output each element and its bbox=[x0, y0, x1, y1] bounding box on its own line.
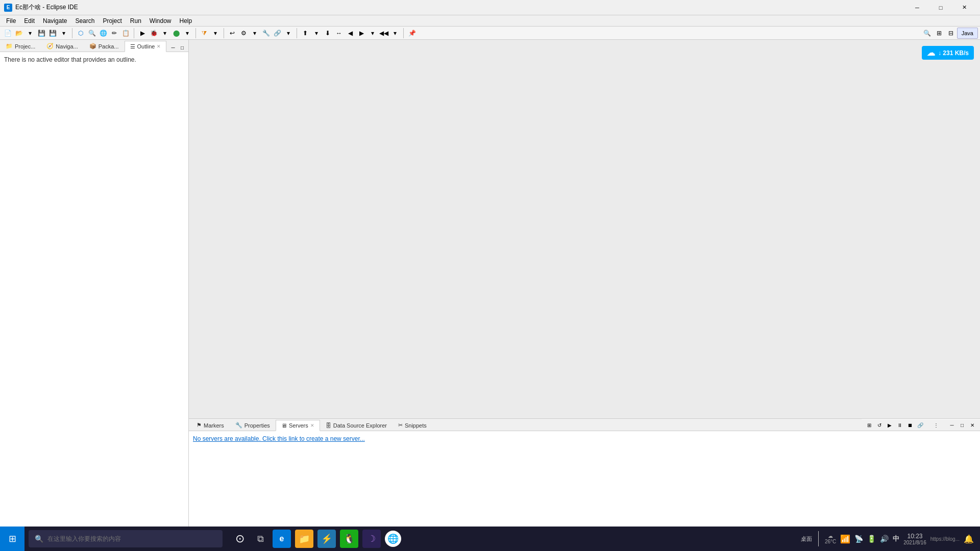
outline-tab-close[interactable]: ✕ bbox=[157, 44, 161, 49]
editor-main[interactable]: ☁ ↓ 231 KB/s bbox=[189, 40, 980, 418]
toolbar-open-button[interactable]: 📂 bbox=[13, 28, 24, 39]
toolbar-back-dropdown[interactable]: ▾ bbox=[367, 28, 378, 39]
tab-markers[interactable]: ⚑ Markers bbox=[191, 419, 230, 431]
baidu-icon[interactable]: ⚡ bbox=[317, 530, 336, 548]
bottom-minimize-btn[interactable]: ─ bbox=[947, 420, 957, 430]
menu-search[interactable]: Search bbox=[71, 16, 99, 26]
tab-properties[interactable]: 🔧 Properties bbox=[230, 419, 276, 431]
toolbar-perspective2[interactable]: ⊟ bbox=[945, 28, 957, 39]
toolbar-search-button[interactable]: 🔍 bbox=[922, 28, 933, 39]
taskbar-weather: ☁ 26°C bbox=[825, 533, 836, 544]
toolbar-pin[interactable]: 📌 bbox=[406, 28, 418, 39]
toolbar-publish-button[interactable]: ⬡ bbox=[75, 28, 86, 39]
panel-maximize-button[interactable]: □ bbox=[178, 43, 186, 52]
tencent-icon[interactable]: 🐧 bbox=[340, 530, 358, 548]
toolbar-run-dropdown[interactable]: ▾ bbox=[159, 28, 170, 39]
close-button[interactable]: ✕ bbox=[952, 0, 976, 15]
toolbar-clean[interactable]: 🔧 bbox=[260, 28, 272, 39]
toolbar-annotate-dropdown[interactable]: ▾ bbox=[311, 28, 322, 39]
toolbar-annotate1[interactable]: ⬆ bbox=[300, 28, 311, 39]
maximize-button[interactable]: □ bbox=[929, 0, 952, 15]
toolbar-link[interactable]: 🔗 bbox=[272, 28, 283, 39]
toolbar-new-button[interactable]: 📄 bbox=[2, 28, 13, 39]
toolbar-refactor-dropdown[interactable]: ▾ bbox=[249, 28, 260, 39]
toolbar-refactor1[interactable]: ↩ bbox=[227, 28, 238, 39]
toolbar-sep1 bbox=[72, 28, 72, 38]
taskbar-clock[interactable]: 10:23 2021/8/16 bbox=[903, 533, 926, 545]
bottom-close-btn[interactable]: ✕ bbox=[968, 420, 977, 430]
lang-indicator[interactable]: 中 bbox=[893, 534, 899, 543]
toolbar-nav2[interactable]: 🌐 bbox=[97, 28, 109, 39]
eclipse-icon[interactable]: ☽ bbox=[362, 530, 381, 548]
toolbar-dropdown1[interactable]: ▾ bbox=[24, 28, 36, 39]
toolbar-link-dropdown[interactable]: ▾ bbox=[283, 28, 294, 39]
menu-window[interactable]: Window bbox=[145, 16, 176, 26]
toolbar-nav4[interactable]: 📋 bbox=[120, 28, 131, 39]
toolbar-coverage-dropdown[interactable]: ▾ bbox=[210, 28, 221, 39]
toolbar-stop-button[interactable]: ⬤ bbox=[170, 28, 182, 39]
project-icon: 📁 bbox=[6, 43, 13, 49]
bottom-toolbar-btn2[interactable]: ↺ bbox=[875, 420, 884, 430]
taskbar-url: https://blog... bbox=[930, 536, 960, 542]
network-speed: ↓ 231 KB/s bbox=[938, 49, 969, 57]
edge-icon[interactable]: e bbox=[273, 530, 291, 548]
chrome-icon[interactable]: 🌐 bbox=[385, 531, 401, 547]
toolbar-java-perspective[interactable]: Java bbox=[957, 28, 978, 39]
create-server-link[interactable]: No servers are available. Click this lin… bbox=[193, 435, 365, 442]
toolbar-perspective1[interactable]: ⊞ bbox=[934, 28, 945, 39]
task-view-button[interactable]: ⧉ bbox=[251, 527, 270, 551]
toolbar-dropdown2[interactable]: ▾ bbox=[58, 28, 69, 39]
explorer-icon[interactable]: 📁 bbox=[295, 530, 313, 548]
taskbar-desktop-label[interactable]: 桌面 bbox=[801, 535, 812, 543]
menu-navigate[interactable]: Navigate bbox=[39, 16, 71, 26]
tab-project-explorer[interactable]: 📁 Projec... bbox=[0, 40, 41, 52]
toolbar-save-all-button[interactable]: 💾 bbox=[47, 28, 58, 39]
panel-minimize-button[interactable]: ─ bbox=[169, 43, 177, 52]
properties-icon: 🔧 bbox=[235, 422, 242, 429]
toolbar-refactor2[interactable]: ⚙ bbox=[238, 28, 249, 39]
toolbar-annotate3[interactable]: ↔ bbox=[333, 28, 345, 39]
tab-outline[interactable]: ☰ Outline ✕ bbox=[125, 41, 167, 52]
tab-navigator[interactable]: 🧭 Naviga... bbox=[41, 40, 83, 52]
toolbar-nav1[interactable]: 🔍 bbox=[86, 28, 97, 39]
network-speed-badge[interactable]: ☁ ↓ 231 KB/s bbox=[922, 46, 974, 60]
weather-icon: ☁ bbox=[828, 533, 833, 539]
menu-help[interactable]: Help bbox=[176, 16, 197, 26]
toolbar-run-button[interactable]: ▶ bbox=[137, 28, 148, 39]
servers-tab-close[interactable]: ✕ bbox=[310, 423, 314, 428]
toolbar-annotate2[interactable]: ⬇ bbox=[322, 28, 333, 39]
tab-data-source[interactable]: 🗄 Data Source Explorer bbox=[320, 419, 393, 431]
taskbar-search-box[interactable]: 🔍 bbox=[29, 530, 223, 547]
minimize-button[interactable]: ─ bbox=[905, 0, 929, 15]
tab-package-explorer[interactable]: 📦 Packa... bbox=[84, 40, 125, 52]
toolbar-nav3[interactable]: ✏ bbox=[109, 28, 120, 39]
taskbar-search-input[interactable] bbox=[47, 535, 216, 542]
toolbar-save-button[interactable]: 💾 bbox=[36, 28, 47, 39]
toolbar-group-run: ▶ 🐞 ▾ ⬤ ▾ bbox=[137, 28, 193, 39]
toolbar-coverage-button[interactable]: ⧩ bbox=[199, 28, 210, 39]
bottom-toolbar-btn7[interactable]: ⋮ bbox=[932, 420, 941, 430]
cortana-button[interactable]: ⊙ bbox=[231, 527, 249, 551]
bottom-toolbar-btn5[interactable]: ⏹ bbox=[905, 420, 915, 430]
markers-icon: ⚑ bbox=[197, 422, 202, 429]
menu-project[interactable]: Project bbox=[99, 16, 126, 26]
bottom-maximize-btn[interactable]: □ bbox=[958, 420, 967, 430]
toolbar-forward[interactable]: ▶ bbox=[356, 28, 367, 39]
bottom-toolbar-btn3[interactable]: ▶ bbox=[885, 420, 894, 430]
notification-button[interactable]: 🔔 bbox=[964, 534, 974, 544]
bottom-toolbar-btn4[interactable]: ⏸ bbox=[895, 420, 904, 430]
menu-file[interactable]: File bbox=[2, 16, 20, 26]
toolbar-stop-dropdown[interactable]: ▾ bbox=[182, 28, 193, 39]
start-button[interactable]: ⊞ bbox=[0, 527, 24, 551]
toolbar-sep2 bbox=[134, 28, 134, 38]
tab-snippets[interactable]: ✂ Snippets bbox=[393, 419, 432, 431]
toolbar-back[interactable]: ◀ bbox=[345, 28, 356, 39]
tab-servers[interactable]: 🖥 Servers ✕ bbox=[276, 420, 320, 431]
bottom-toolbar-btn6[interactable]: 🔗 bbox=[916, 420, 925, 430]
toolbar-lastep-dropdown[interactable]: ▾ bbox=[389, 28, 401, 39]
menu-edit[interactable]: Edit bbox=[20, 16, 39, 26]
toolbar-lastep[interactable]: ◀◀ bbox=[378, 28, 389, 39]
toolbar-debug-button[interactable]: 🐞 bbox=[148, 28, 159, 39]
menu-run[interactable]: Run bbox=[126, 16, 145, 26]
bottom-toolbar-btn1[interactable]: ⊞ bbox=[865, 420, 874, 430]
